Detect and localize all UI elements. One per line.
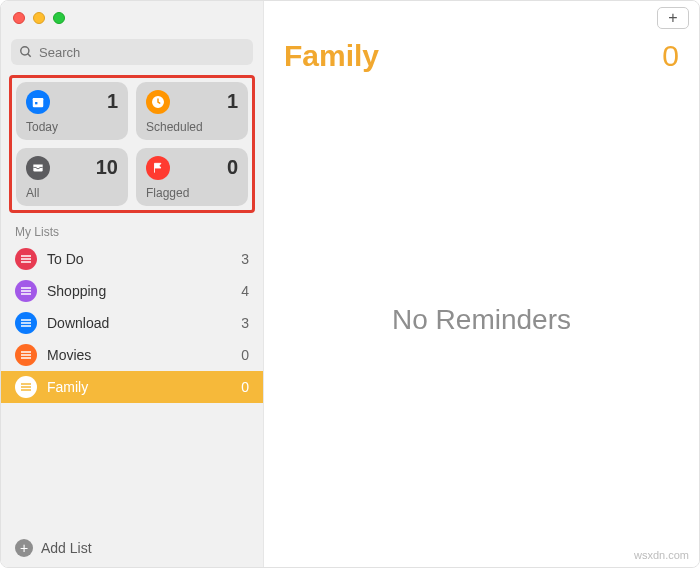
my-lists-header: My Lists	[1, 213, 263, 243]
smart-list-flagged[interactable]: 0 Flagged	[136, 148, 248, 206]
smart-list-all-label: All	[26, 186, 118, 200]
main-pane: + Family 0 No Reminders wsxdn.com	[264, 1, 699, 567]
list-item-count: 0	[241, 379, 249, 395]
smart-list-scheduled-label: Scheduled	[146, 120, 238, 134]
list-item-shopping[interactable]: Shopping 4	[1, 275, 263, 307]
watermark-text: wsxdn.com	[634, 549, 689, 561]
list-icon	[15, 280, 37, 302]
my-lists: To Do 3 Shopping 4 Download 3 Movies 0 F…	[1, 243, 263, 403]
window-controls	[1, 1, 263, 35]
list-item-movies[interactable]: Movies 0	[1, 339, 263, 371]
smart-list-scheduled[interactable]: 1 Scheduled	[136, 82, 248, 140]
add-list-button[interactable]: + Add List	[1, 529, 263, 567]
search-icon	[19, 45, 33, 59]
app-window: 1 Today 1 Scheduled	[0, 0, 700, 568]
list-total-count: 0	[662, 39, 679, 73]
list-item-download[interactable]: Download 3	[1, 307, 263, 339]
smart-list-today-label: Today	[26, 120, 118, 134]
smart-lists-grid: 1 Today 1 Scheduled	[16, 82, 248, 206]
search-input[interactable]	[11, 39, 253, 65]
add-list-label: Add List	[41, 540, 92, 556]
calendar-today-icon	[26, 90, 50, 114]
list-icon	[15, 344, 37, 366]
minimize-window-button[interactable]	[33, 12, 45, 24]
empty-state-text: No Reminders	[264, 73, 699, 567]
highlight-box: 1 Today 1 Scheduled	[9, 75, 255, 213]
sidebar: 1 Today 1 Scheduled	[1, 1, 264, 567]
close-window-button[interactable]	[13, 12, 25, 24]
plus-icon: +	[668, 9, 677, 27]
smart-lists-section: 1 Today 1 Scheduled	[9, 75, 255, 213]
list-item-count: 3	[241, 251, 249, 267]
list-item-count: 3	[241, 315, 249, 331]
list-icon	[15, 376, 37, 398]
smart-list-today[interactable]: 1 Today	[16, 82, 128, 140]
list-item-family[interactable]: Family 0	[1, 371, 263, 403]
add-reminder-button[interactable]: +	[657, 7, 689, 29]
search-container	[11, 39, 253, 65]
smart-list-scheduled-count: 1	[227, 90, 238, 113]
list-item-count: 0	[241, 347, 249, 363]
tray-icon	[26, 156, 50, 180]
svg-rect-4	[35, 102, 37, 104]
main-toolbar: +	[264, 1, 699, 35]
list-item-label: Download	[47, 315, 241, 331]
list-item-label: Movies	[47, 347, 241, 363]
list-item-label: Shopping	[47, 283, 241, 299]
list-item-count: 4	[241, 283, 249, 299]
smart-list-flagged-count: 0	[227, 156, 238, 179]
svg-rect-3	[33, 98, 44, 101]
flag-icon	[146, 156, 170, 180]
list-item-label: To Do	[47, 251, 241, 267]
list-icon	[15, 248, 37, 270]
list-header: Family 0	[264, 35, 699, 73]
smart-list-flagged-label: Flagged	[146, 186, 238, 200]
plus-icon: +	[15, 539, 33, 557]
smart-list-all-count: 10	[96, 156, 118, 179]
list-item-label: Family	[47, 379, 241, 395]
list-icon	[15, 312, 37, 334]
smart-list-today-count: 1	[107, 90, 118, 113]
svg-point-0	[21, 47, 29, 55]
spacer	[1, 403, 263, 529]
svg-line-1	[28, 54, 31, 57]
smart-list-all[interactable]: 10 All	[16, 148, 128, 206]
list-title: Family	[284, 39, 379, 73]
clock-icon	[146, 90, 170, 114]
list-item-todo[interactable]: To Do 3	[1, 243, 263, 275]
fullscreen-window-button[interactable]	[53, 12, 65, 24]
